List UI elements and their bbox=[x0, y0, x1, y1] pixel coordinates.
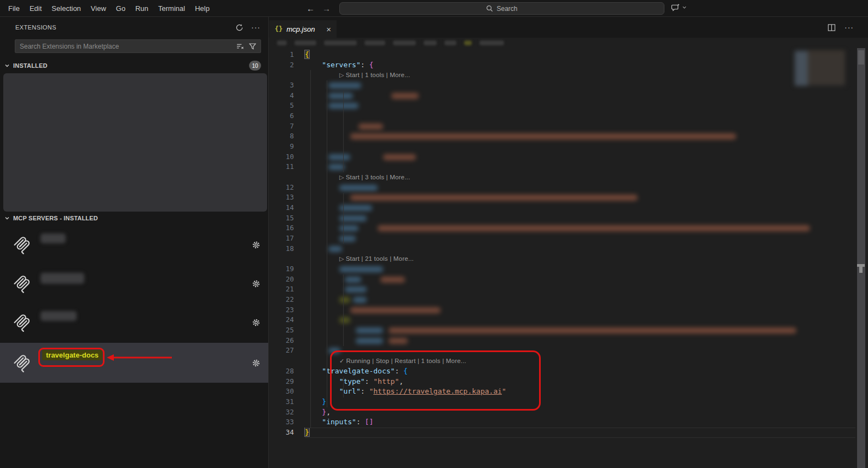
menu-item-view[interactable]: View bbox=[86, 3, 111, 14]
extensions-search-input[interactable] bbox=[15, 43, 236, 50]
nav-forward-icon[interactable]: → bbox=[322, 4, 331, 13]
code-line[interactable]: 5 bbox=[269, 101, 857, 111]
line-number: 23 bbox=[269, 305, 305, 315]
code-line[interactable]: 10 bbox=[269, 152, 857, 162]
breadcrumb-segment-redacted bbox=[393, 40, 416, 45]
copilot-chat-icon[interactable] bbox=[671, 3, 680, 12]
global-search-box[interactable]: Search bbox=[339, 2, 664, 15]
redacted-code bbox=[328, 83, 361, 89]
line-number: 20 bbox=[269, 274, 305, 285]
gear-icon[interactable] bbox=[252, 318, 261, 327]
code-line[interactable]: 3 bbox=[269, 80, 857, 91]
codelens[interactable]: ▷Start | 21 tools | More... bbox=[269, 254, 857, 264]
menu-item-help[interactable]: Help bbox=[190, 3, 215, 14]
section-mcp-servers[interactable]: MCP SERVERS - INSTALLED bbox=[0, 213, 268, 224]
menu-item-edit[interactable]: Edit bbox=[25, 3, 47, 14]
line-number: 34 bbox=[269, 428, 305, 438]
mcp-server-row[interactable] bbox=[0, 264, 268, 303]
code-line[interactable]: 11 bbox=[269, 162, 857, 172]
code-line[interactable]: 7 bbox=[269, 121, 857, 132]
code-line[interactable]: 16 bbox=[269, 223, 857, 233]
gear-icon[interactable] bbox=[252, 359, 261, 367]
redacted-code bbox=[358, 124, 383, 130]
code-line[interactable]: 26 bbox=[269, 336, 857, 346]
code-line[interactable]: 23 bbox=[269, 305, 857, 315]
breadcrumb[interactable] bbox=[269, 38, 868, 48]
section-installed[interactable]: INSTALLED 10 bbox=[0, 60, 268, 71]
redacted-code bbox=[389, 327, 796, 334]
chevron-down-icon[interactable] bbox=[682, 5, 687, 10]
editor-more-actions-icon[interactable]: ··· bbox=[844, 23, 854, 32]
filter-funnel-icon[interactable] bbox=[249, 43, 256, 50]
chevron-down-icon bbox=[4, 63, 10, 68]
line-number: 32 bbox=[269, 407, 305, 418]
codelens[interactable]: ▷Start | 3 tools | More... bbox=[269, 172, 857, 183]
line-number: 9 bbox=[269, 142, 305, 152]
code-line[interactable]: 9 bbox=[269, 142, 857, 152]
code-line[interactable]: 25 bbox=[269, 325, 857, 336]
code-line[interactable]: 21 bbox=[269, 284, 857, 295]
code-line[interactable]: 15 bbox=[269, 213, 857, 224]
refresh-icon[interactable] bbox=[235, 24, 244, 32]
scrollbar-mark bbox=[859, 267, 863, 273]
breadcrumb-segment-redacted bbox=[464, 40, 472, 45]
split-editor-icon[interactable] bbox=[828, 24, 836, 32]
redacted-code bbox=[389, 338, 408, 344]
nav-back-icon[interactable]: ← bbox=[306, 4, 315, 13]
tab-mcp-json[interactable]: {} mcp.json × bbox=[269, 20, 337, 38]
code-line[interactable]: 33 "inputs": [] bbox=[269, 417, 857, 428]
mcp-logo-icon bbox=[12, 353, 32, 373]
line-number: 7 bbox=[269, 121, 305, 132]
minimap[interactable] bbox=[795, 51, 845, 86]
indent-guide bbox=[327, 80, 327, 407]
indent-guide bbox=[343, 193, 344, 244]
menu-item-selection[interactable]: Selection bbox=[47, 3, 85, 14]
code-line[interactable]: 17 bbox=[269, 233, 857, 244]
code-line[interactable]: 13 bbox=[269, 192, 857, 203]
code-line[interactable]: 18 bbox=[269, 244, 857, 254]
indent-guide bbox=[343, 274, 344, 346]
more-actions-icon[interactable]: ··· bbox=[251, 23, 261, 32]
code-line[interactable]: 4 bbox=[269, 91, 857, 101]
codelens-text[interactable]: Start | 3 tools | More... bbox=[346, 172, 410, 183]
redacted-code bbox=[339, 236, 356, 242]
codelens[interactable]: ▷Start | 1 tools | More... bbox=[269, 70, 857, 80]
editor-tab-bar: {} mcp.json × ··· bbox=[269, 16, 868, 38]
codelens-text[interactable]: Start | 21 tools | More... bbox=[346, 254, 414, 264]
gear-icon[interactable] bbox=[252, 241, 261, 249]
menu-item-run[interactable]: Run bbox=[130, 3, 153, 14]
breadcrumb-segment-redacted bbox=[364, 40, 385, 45]
code-line[interactable]: 20 bbox=[269, 274, 857, 285]
redacted-code bbox=[345, 277, 361, 283]
code-line[interactable]: 19 bbox=[269, 264, 857, 274]
line-number: 27 bbox=[269, 346, 305, 356]
code-line[interactable]: 1{ bbox=[269, 50, 857, 60]
close-tab-icon[interactable]: × bbox=[326, 25, 331, 33]
line-number: 4 bbox=[269, 91, 305, 101]
code-line[interactable]: 2 "servers": { bbox=[269, 60, 857, 71]
redacted-code bbox=[328, 246, 342, 252]
code-line[interactable]: 22 bbox=[269, 295, 857, 305]
installed-extensions-list-redacted bbox=[3, 73, 267, 212]
editor-scrollbar[interactable] bbox=[857, 48, 865, 468]
line-number: 29 bbox=[269, 377, 305, 387]
line-number: 17 bbox=[269, 233, 305, 244]
code-line[interactable]: 6 bbox=[269, 111, 857, 121]
clear-filter-text-icon[interactable] bbox=[236, 43, 244, 50]
menu-item-terminal[interactable]: Terminal bbox=[153, 3, 190, 14]
mcp-logo-icon bbox=[12, 313, 32, 332]
code-line[interactable]: 8 bbox=[269, 131, 857, 142]
codelens-text[interactable]: Start | 1 tools | More... bbox=[346, 70, 410, 80]
code-line[interactable]: 24 bbox=[269, 315, 857, 325]
line-number: 21 bbox=[269, 284, 305, 295]
gear-icon[interactable] bbox=[252, 279, 261, 288]
code-line[interactable]: 14 bbox=[269, 203, 857, 213]
menu-item-go[interactable]: Go bbox=[111, 3, 130, 14]
mcp-server-row[interactable] bbox=[0, 225, 268, 264]
line-number: 8 bbox=[269, 131, 305, 142]
code-line[interactable]: 12 bbox=[269, 183, 857, 193]
mcp-server-row[interactable] bbox=[0, 303, 268, 342]
redacted-code bbox=[339, 205, 372, 211]
extensions-search-box[interactable] bbox=[15, 39, 261, 53]
menu-item-file[interactable]: File bbox=[3, 3, 25, 14]
